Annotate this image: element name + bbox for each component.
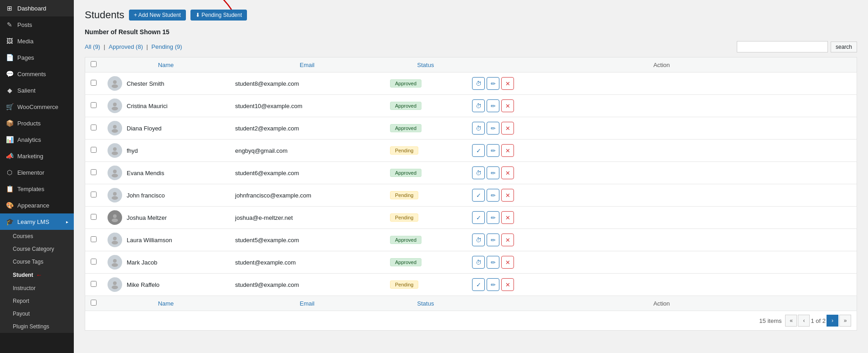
view-button[interactable]: ⏱ xyxy=(472,77,485,90)
sidebar-item-posts[interactable]: ✎ Posts xyxy=(0,16,74,33)
header-email[interactable]: Email xyxy=(230,57,385,73)
main-content: Students + Add New Student ⬇ Pending Stu… xyxy=(74,0,868,353)
status-sort-link[interactable]: Status xyxy=(417,62,434,68)
edit-button[interactable]: ✏ xyxy=(487,211,499,224)
view-button[interactable]: ✓ xyxy=(472,189,485,202)
delete-button[interactable]: ✕ xyxy=(501,234,514,246)
delete-button[interactable]: ✕ xyxy=(501,77,514,90)
sidebar-item-appearance[interactable]: 🎨 Appearance xyxy=(0,197,74,213)
student-email: student6@example.com xyxy=(235,170,299,176)
search-input[interactable] xyxy=(737,41,828,52)
sidebar-item-analytics[interactable]: 📊 Analytics xyxy=(0,131,74,148)
row-checkbox[interactable] xyxy=(91,259,97,265)
sidebar-item-media[interactable]: 🖼 Media xyxy=(0,33,74,49)
table-row: Joshua Meltzer joshua@e-meltzer.net Pend… xyxy=(85,207,857,229)
filter-links: All (9) | Approved (8) | Pending (9) xyxy=(85,43,182,50)
edit-button[interactable]: ✏ xyxy=(487,278,499,291)
row-action-cell: ⏱ ✏ ✕ xyxy=(467,251,857,274)
view-button[interactable]: ⏱ xyxy=(472,99,485,112)
row-checkbox[interactable] xyxy=(91,192,97,197)
sidebar-item-learny-lms[interactable]: 🎓 Learny LMS ▸ xyxy=(0,213,74,230)
view-button[interactable]: ✓ xyxy=(472,144,485,157)
sidebar-item-payout[interactable]: Payout xyxy=(0,307,74,320)
sidebar-item-plugin-settings[interactable]: Plugin Settings xyxy=(0,320,74,333)
sidebar-item-woocommerce[interactable]: 🛒 WooCommerce xyxy=(0,99,74,115)
edit-button[interactable]: ✏ xyxy=(487,234,499,246)
avatar-icon xyxy=(110,79,119,88)
sidebar-item-elementor[interactable]: ⬡ Elementor xyxy=(0,164,74,181)
filter-approved[interactable]: Approved (8) xyxy=(109,43,143,50)
row-checkbox[interactable] xyxy=(91,125,97,130)
email-sort-link[interactable]: Email xyxy=(300,62,315,68)
delete-button[interactable]: ✕ xyxy=(501,256,514,269)
row-checkbox[interactable] xyxy=(91,281,97,287)
delete-button[interactable]: ✕ xyxy=(501,99,514,112)
filter-pending[interactable]: Pending (9) xyxy=(151,43,182,50)
edit-button[interactable]: ✏ xyxy=(487,99,499,112)
sidebar-item-pages[interactable]: 📄 Pages xyxy=(0,49,74,66)
delete-button[interactable]: ✕ xyxy=(501,122,514,135)
row-checkbox-cell xyxy=(85,251,103,274)
sidebar-item-comments[interactable]: 💬 Comments xyxy=(0,66,74,82)
row-checkbox[interactable] xyxy=(91,102,97,108)
avatar-icon xyxy=(110,168,119,177)
first-page-button[interactable]: « xyxy=(785,315,797,327)
view-button[interactable]: ✓ xyxy=(472,211,485,224)
select-all-checkbox[interactable] xyxy=(91,61,97,67)
sidebar-item-marketing[interactable]: 📣 Marketing xyxy=(0,148,74,164)
sidebar-item-salient[interactable]: ◆ Salient xyxy=(0,82,74,99)
add-new-student-button[interactable]: + Add New Student xyxy=(129,10,186,21)
row-checkbox[interactable] xyxy=(91,169,97,175)
view-button[interactable]: ✓ xyxy=(472,278,485,291)
delete-button[interactable]: ✕ xyxy=(501,144,514,157)
sidebar-item-products[interactable]: 📦 Products xyxy=(0,115,74,131)
delete-button[interactable]: ✕ xyxy=(501,189,514,202)
header-name[interactable]: Name xyxy=(102,57,230,73)
avatar-icon xyxy=(110,280,119,289)
view-button[interactable]: ⏱ xyxy=(472,256,485,269)
pending-student-button[interactable]: ⬇ Pending Student xyxy=(190,10,247,21)
edit-button[interactable]: ✏ xyxy=(487,122,499,135)
svg-point-16 xyxy=(112,241,118,244)
sidebar-item-dashboard[interactable]: ⊞ Dashboard xyxy=(0,0,74,16)
edit-button[interactable]: ✏ xyxy=(487,189,499,202)
prev-page-button[interactable]: ‹ xyxy=(798,315,810,327)
sidebar-item-report[interactable]: Report xyxy=(0,295,74,307)
status-badge: Approved xyxy=(390,79,421,88)
header-status[interactable]: Status xyxy=(385,57,467,73)
sidebar-item-student[interactable]: Student ← xyxy=(0,268,74,282)
delete-button[interactable]: ✕ xyxy=(501,211,514,224)
search-button[interactable]: search xyxy=(831,42,857,52)
row-checkbox[interactable] xyxy=(91,80,97,86)
edit-button[interactable]: ✏ xyxy=(487,144,499,157)
sidebar-item-course-tags[interactable]: Course Tags xyxy=(0,255,74,268)
sidebar-item-course-category[interactable]: Course Category xyxy=(0,243,74,255)
footer-status[interactable]: Status xyxy=(385,296,467,311)
sidebar-item-courses[interactable]: Courses xyxy=(0,230,74,243)
student-name-cell: Joshua Meltzer xyxy=(108,210,224,225)
row-checkbox[interactable] xyxy=(91,236,97,242)
view-button[interactable]: ⏱ xyxy=(472,122,485,135)
filter-all[interactable]: All (9) xyxy=(85,43,100,50)
student-name-cell: Mike Raffelo xyxy=(108,277,224,292)
delete-button[interactable]: ✕ xyxy=(501,278,514,291)
footer-email[interactable]: Email xyxy=(230,296,385,311)
edit-button[interactable]: ✏ xyxy=(487,77,499,90)
view-button[interactable]: ⏱ xyxy=(472,166,485,179)
sidebar-item-templates[interactable]: 📋 Templates xyxy=(0,181,74,197)
delete-button[interactable]: ✕ xyxy=(501,166,514,179)
name-sort-link[interactable]: Name xyxy=(158,62,174,68)
status-badge: Approved xyxy=(390,124,421,132)
row-checkbox[interactable] xyxy=(91,214,97,220)
status-badge: Approved xyxy=(390,258,421,266)
last-page-button[interactable]: » xyxy=(839,315,851,327)
edit-button[interactable]: ✏ xyxy=(487,166,499,179)
view-button[interactable]: ⏱ xyxy=(472,234,485,246)
footer-name[interactable]: Name xyxy=(102,296,230,311)
row-checkbox[interactable] xyxy=(91,147,97,153)
sidebar-item-instructor[interactable]: Instructor xyxy=(0,282,74,295)
next-page-button[interactable]: › xyxy=(827,315,838,327)
table-row: Chester Smith student8@example.com Appro… xyxy=(85,73,857,95)
select-all-footer-checkbox[interactable] xyxy=(91,300,97,306)
edit-button[interactable]: ✏ xyxy=(487,256,499,269)
